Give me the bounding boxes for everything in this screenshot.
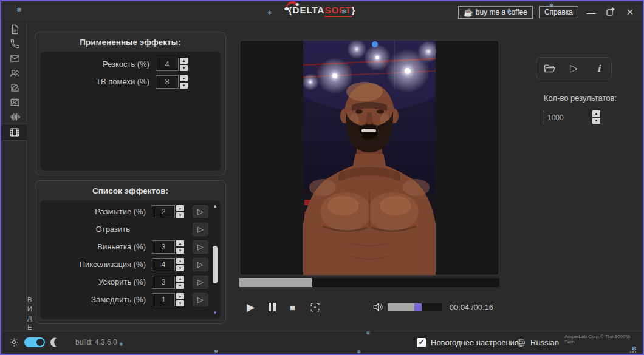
dark-theme-icon[interactable] xyxy=(50,337,61,348)
sidebar-item-video[interactable] xyxy=(2,124,27,141)
spin-down-button[interactable]: ▼ xyxy=(176,300,184,306)
theme-toggle[interactable] xyxy=(24,337,45,347)
effects-list-box: Размытие (%) 2 ▲ ▼ ▷ Отразить ▷ Виньетка… xyxy=(40,200,221,319)
video-player-frame xyxy=(239,40,499,276)
holiday-mood-label[interactable]: Новогоднее настроение xyxy=(431,338,519,347)
holiday-mood-checkbox[interactable]: ✓ xyxy=(417,338,426,347)
effect-value-field[interactable]: 1 xyxy=(152,293,175,306)
scrollbar-track[interactable] xyxy=(213,210,218,309)
info-button[interactable]: i xyxy=(590,59,608,78)
spin-down-button[interactable]: ▼ xyxy=(176,248,184,254)
applied-effect-row: ТВ помехи (%) 8 ▲ ▼ xyxy=(40,73,221,90)
spin-up-button[interactable]: ▲ xyxy=(180,75,188,81)
playback-progress-bar[interactable] xyxy=(239,278,499,287)
holiday-mood-setting: ✓ Новогоднее настроение xyxy=(417,331,519,353)
volume-thumb[interactable] xyxy=(414,303,422,311)
scroll-down-icon[interactable]: ▼ xyxy=(213,309,218,317)
light-theme-icon[interactable] xyxy=(9,337,19,348)
results-count-input[interactable] xyxy=(544,110,589,125)
maximize-icon xyxy=(605,6,616,17)
video-content[interactable] xyxy=(303,41,436,276)
effect-value-field[interactable]: 4 xyxy=(156,58,179,71)
effect-value-field[interactable]: 3 xyxy=(152,240,175,254)
apply-effect-button[interactable]: ▷ xyxy=(193,205,208,218)
pause-button[interactable] xyxy=(269,303,276,311)
spin-up-button[interactable]: ▲ xyxy=(592,110,600,117)
effect-value-field[interactable]: 4 xyxy=(152,258,175,271)
logo-text-accent: SOFT xyxy=(324,5,351,17)
effect-row: Пикселизация (%) 4 ▲ ▼ ▷ xyxy=(40,255,211,273)
film-icon xyxy=(9,126,21,138)
sidebar-item-document[interactable] xyxy=(2,22,27,36)
apply-effect-button[interactable]: ▷ xyxy=(193,276,208,289)
effect-spinner: ▲ ▼ xyxy=(180,58,188,71)
player-controls: ▶ ■ 00:04 /00:16 xyxy=(239,296,499,318)
spin-down-button[interactable]: ▼ xyxy=(176,283,184,289)
apply-effect-button[interactable]: ▷ xyxy=(193,240,208,254)
effect-value-field[interactable]: 2 xyxy=(152,205,175,218)
run-button[interactable]: ▷ xyxy=(565,59,583,78)
progress-fill xyxy=(239,278,312,287)
effect-value-field[interactable]: 8 xyxy=(156,75,179,89)
sidebar-item-edit[interactable] xyxy=(2,80,27,95)
spin-down-button[interactable]: ▼ xyxy=(180,65,188,71)
apply-effect-button[interactable]: ▷ xyxy=(193,293,208,306)
sidebar-item-audio[interactable] xyxy=(2,109,27,124)
sidebar-item-image[interactable] xyxy=(2,95,27,109)
effect-spinner: ▲ ▼ xyxy=(176,276,184,289)
effect-spinner: ▲ ▼ xyxy=(180,75,188,89)
apply-effect-button[interactable]: ▷ xyxy=(193,223,208,236)
scroll-up-icon[interactable]: ▲ xyxy=(213,203,218,210)
mail-icon xyxy=(9,53,21,64)
fullscreen-icon xyxy=(309,302,321,313)
sidebar-item-users[interactable] xyxy=(2,66,27,80)
effect-label: Пикселизация (%) xyxy=(80,260,146,269)
sidebar-item-phone[interactable] xyxy=(2,36,27,51)
fullscreen-button[interactable] xyxy=(309,302,321,313)
language-selector[interactable]: Russian xyxy=(516,331,559,353)
copyright-text: AmperLab Corp.© The 1000'th Sum xyxy=(564,334,640,345)
speaker-icon xyxy=(372,301,384,313)
resize-grip[interactable] xyxy=(633,345,639,351)
time-total: /00:16 xyxy=(471,303,493,312)
maximize-button[interactable] xyxy=(604,6,617,19)
logo-text-right: } xyxy=(351,5,355,15)
spin-up-button[interactable]: ▲ xyxy=(180,58,188,64)
volume-button[interactable] xyxy=(372,301,384,313)
coffee-cup-icon: ☕ xyxy=(464,8,473,17)
effect-row: Виньетка (%) 3 ▲ ▼ ▷ xyxy=(40,238,211,255)
buy-me-a-coffee-button[interactable]: ☕ buy me a coffee xyxy=(458,6,533,19)
spin-up-button[interactable]: ▲ xyxy=(176,240,184,246)
spin-down-button[interactable]: ▼ xyxy=(176,212,184,218)
effect-label: Замедлить (%) xyxy=(91,295,146,304)
sidebar-item-mail[interactable] xyxy=(2,51,27,66)
spin-up-button[interactable]: ▲ xyxy=(176,205,184,211)
applied-effect-row: Резкость (%) 4 ▲ ▼ xyxy=(40,55,221,73)
spin-up-button[interactable]: ▲ xyxy=(176,293,184,299)
spin-up-button[interactable]: ▲ xyxy=(176,276,184,282)
minimize-button[interactable]: — xyxy=(584,7,598,18)
scrollbar-thumb[interactable] xyxy=(213,246,218,283)
volume-slider[interactable] xyxy=(388,303,442,311)
close-button[interactable]: ✕ xyxy=(623,7,637,18)
titlebar: {DELTASOFT} ☕ buy me a coffee Справка — … xyxy=(2,2,642,22)
time-current: 00:04 xyxy=(450,303,470,312)
effect-label: Отразить xyxy=(96,225,130,234)
effect-row: Отразить ▷ xyxy=(40,220,211,238)
apply-effect-button[interactable]: ▷ xyxy=(193,258,208,271)
stop-button[interactable]: ■ xyxy=(290,302,295,313)
effects-scrollbar[interactable]: ▲ ▼ xyxy=(211,203,219,317)
effect-label: Виньетка (%) xyxy=(97,242,146,251)
help-button[interactable]: Справка xyxy=(539,6,578,18)
play-button[interactable]: ▶ xyxy=(247,301,255,314)
spin-up-button[interactable]: ▲ xyxy=(176,258,184,264)
audio-waveform-icon xyxy=(9,111,21,123)
effect-spinner: ▲ ▼ xyxy=(176,258,184,271)
build-version: build: 4.3.6.0 xyxy=(75,338,117,347)
spin-down-button[interactable]: ▼ xyxy=(176,265,184,271)
file-actions-group: ▷ i xyxy=(536,57,612,79)
effect-value-field[interactable]: 3 xyxy=(152,276,175,289)
spin-down-button[interactable]: ▼ xyxy=(180,83,188,89)
open-file-button[interactable] xyxy=(540,59,558,78)
spin-down-button[interactable]: ▼ xyxy=(592,118,600,124)
